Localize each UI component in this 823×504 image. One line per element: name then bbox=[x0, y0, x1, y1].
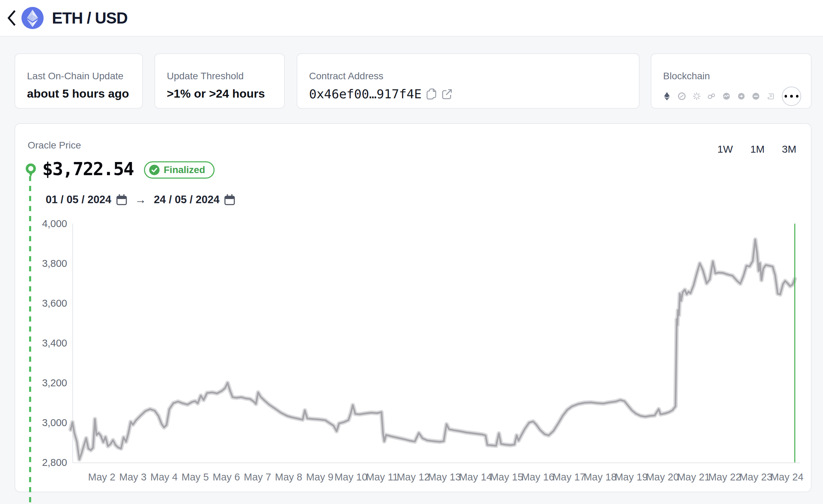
y-tick-label: 3,600 bbox=[42, 298, 67, 309]
x-tick-label: May 19 bbox=[615, 471, 648, 483]
threshold-label: Update Threshold bbox=[167, 71, 272, 82]
last-update-label: Last On-Chain Update bbox=[27, 71, 130, 82]
card-contract-address: Contract Address 0x46ef00…917f4E bbox=[297, 53, 640, 109]
x-tick-label: May 10 bbox=[334, 471, 367, 483]
x-tick-label: May 6 bbox=[213, 471, 240, 483]
chain-icon-7[interactable] bbox=[752, 92, 760, 100]
y-tick-label: 2,800 bbox=[42, 457, 67, 468]
x-tick-label: May 7 bbox=[244, 471, 271, 483]
page-title: ETH / USD bbox=[52, 9, 127, 27]
x-tick-label: May 17 bbox=[552, 471, 585, 483]
ellipsis-icon bbox=[785, 95, 787, 98]
current-price-pin-icon bbox=[23, 160, 38, 179]
price-chart[interactable]: 2,8003,0003,2003,4003,6003,8004,000May 2… bbox=[15, 124, 812, 493]
threshold-value: >1% or >24 hours bbox=[167, 87, 272, 100]
x-tick-label: May 22 bbox=[708, 471, 741, 483]
card-update-threshold: Update Threshold >1% or >24 hours bbox=[154, 53, 285, 109]
eth-logo-icon bbox=[21, 6, 44, 30]
x-tick-label: May 2 bbox=[88, 471, 116, 483]
x-tick-label: May 16 bbox=[521, 471, 554, 483]
chain-icon-2[interactable] bbox=[678, 92, 686, 100]
blockchain-chains-row bbox=[663, 87, 799, 106]
x-tick-label: May 9 bbox=[306, 471, 334, 483]
card-blockchain: Blockchain bbox=[651, 53, 812, 109]
y-tick-label: 4,000 bbox=[42, 218, 67, 229]
last-update-value: about 5 hours ago bbox=[27, 87, 130, 100]
page: ETH / USD Last On-Chain Update about 5 h… bbox=[0, 0, 823, 504]
x-tick-label: May 21 bbox=[677, 471, 710, 483]
external-link-icon bbox=[442, 89, 453, 100]
contract-label: Contract Address bbox=[309, 71, 627, 82]
header: ETH / USD bbox=[0, 0, 823, 37]
x-tick-label: May 15 bbox=[490, 471, 523, 483]
price-line-band bbox=[71, 240, 795, 459]
price-line bbox=[71, 240, 795, 459]
x-tick-label: May 8 bbox=[275, 471, 302, 483]
x-tick-label: May 24 bbox=[770, 471, 803, 483]
x-tick-label: May 14 bbox=[459, 471, 492, 483]
back-button[interactable] bbox=[3, 6, 20, 30]
external-link-button[interactable] bbox=[442, 89, 453, 100]
chain-icon-4[interactable] bbox=[708, 92, 715, 100]
copy-icon bbox=[426, 88, 437, 100]
x-tick-label: May 12 bbox=[397, 471, 429, 483]
blockchain-label: Blockchain bbox=[663, 71, 799, 82]
chevron-left-icon bbox=[5, 7, 18, 29]
more-chains-button[interactable] bbox=[782, 87, 801, 106]
y-tick-label: 3,000 bbox=[42, 417, 67, 428]
x-tick-label: May 20 bbox=[646, 471, 679, 483]
card-last-update: Last On-Chain Update about 5 hours ago bbox=[15, 53, 143, 109]
x-tick-label: May 5 bbox=[182, 471, 209, 483]
x-tick-label: May 3 bbox=[119, 471, 147, 483]
chain-icon-8[interactable] bbox=[767, 92, 775, 100]
x-tick-label: May 11 bbox=[366, 471, 398, 483]
chain-icon-3[interactable] bbox=[693, 92, 700, 100]
contract-value: 0x46ef00…917f4E bbox=[309, 87, 422, 101]
timeline-dashed-line bbox=[29, 176, 31, 504]
y-tick-label: 3,400 bbox=[42, 338, 67, 349]
copy-button[interactable] bbox=[426, 88, 437, 100]
x-tick-label: May 18 bbox=[584, 471, 616, 483]
x-tick-label: May 23 bbox=[739, 471, 772, 483]
ethereum-chain-icon[interactable] bbox=[663, 92, 671, 100]
chain-icon-5[interactable] bbox=[723, 92, 730, 100]
x-tick-label: May 13 bbox=[428, 471, 461, 483]
chain-icon-6[interactable] bbox=[738, 92, 745, 100]
y-tick-label: 3,800 bbox=[42, 258, 67, 269]
oracle-price-card: Oracle Price $3,722.54 Finalized 01 / 05… bbox=[15, 123, 812, 492]
y-tick-label: 3,200 bbox=[42, 377, 67, 388]
x-tick-label: May 4 bbox=[151, 471, 178, 483]
